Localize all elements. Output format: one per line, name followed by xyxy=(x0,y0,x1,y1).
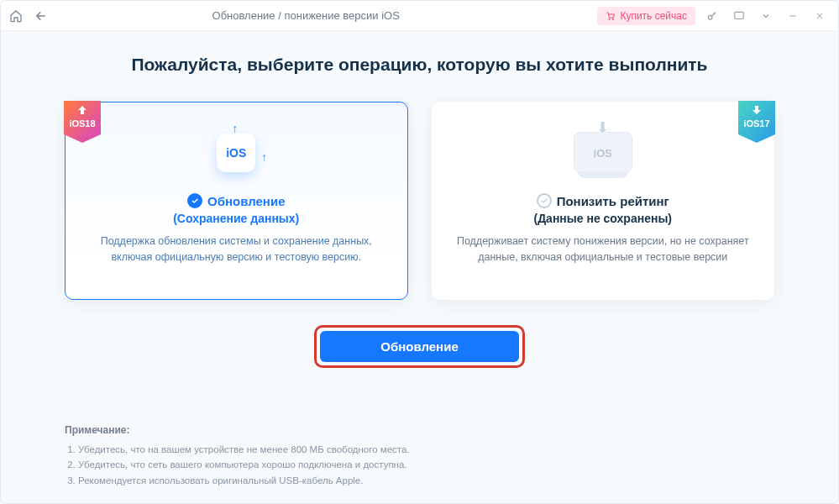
check-icon xyxy=(187,193,202,208)
key-icon[interactable] xyxy=(702,6,722,26)
close-icon[interactable] xyxy=(810,6,830,26)
svg-point-0 xyxy=(609,18,611,20)
upgrade-illustration-icon: ↑ iOS ↑ xyxy=(87,123,385,183)
downgrade-description: Поддерживает систему понижения версии, н… xyxy=(454,234,752,266)
downgrade-illustration-icon: ⬇ iOS xyxy=(454,123,752,183)
minimize-icon[interactable] xyxy=(783,6,803,26)
buy-label: Купить сейчас xyxy=(620,10,687,22)
page-heading: Пожалуйста, выберите операцию, которую в… xyxy=(65,55,774,75)
notes-list: Убедитесь, что на вашем устройстве не ме… xyxy=(65,442,426,488)
ios17-badge-icon: iOS17 xyxy=(737,99,777,144)
note-item: Рекомендуется использовать оригинальный … xyxy=(78,473,426,488)
action-highlight: Обновление xyxy=(314,325,524,368)
downgrade-title: Понизить рейтинг xyxy=(557,194,669,208)
svg-text:iOS17: iOS17 xyxy=(743,118,769,129)
upgrade-card[interactable]: iOS18 ↑ iOS ↑ Обновление (Сохранение дан… xyxy=(65,102,408,300)
feedback-icon[interactable] xyxy=(729,6,749,26)
ios18-badge-icon: iOS18 xyxy=(62,99,102,144)
svg-text:iOS18: iOS18 xyxy=(69,118,95,129)
notes-section: Примечание: Убедитесь, что на вашем устр… xyxy=(65,423,426,488)
buy-now-button[interactable]: Купить сейчас xyxy=(597,7,695,25)
svg-point-2 xyxy=(708,15,712,19)
downgrade-card[interactable]: iOS17 ⬇ iOS Понизить рейтинг (Данные не … xyxy=(432,102,775,300)
downgrade-subtitle: (Данные не сохранены) xyxy=(454,212,752,225)
svg-point-1 xyxy=(613,18,615,20)
cart-icon xyxy=(606,11,616,21)
ios-label: iOS xyxy=(226,146,246,160)
home-icon[interactable] xyxy=(9,9,23,23)
note-item: Убедитесь, что на вашем устройстве не ме… xyxy=(78,442,426,457)
notes-title: Примечание: xyxy=(65,423,426,438)
note-item: Убедитесь, что сеть вашего компьютера хо… xyxy=(78,457,426,472)
upgrade-title: Обновление xyxy=(207,194,285,208)
upgrade-button[interactable]: Обновление xyxy=(320,331,518,362)
upgrade-description: Поддержка обновления системы и сохранени… xyxy=(87,234,385,266)
window-title: Обновление / понижение версии iOS xyxy=(23,9,589,22)
upgrade-subtitle: (Сохранение данных) xyxy=(87,212,385,225)
ios-label: iOS xyxy=(594,147,612,160)
titlebar: Обновление / понижение версии iOS Купить… xyxy=(1,1,838,31)
check-icon xyxy=(537,193,552,208)
chevron-down-icon[interactable] xyxy=(756,6,776,26)
